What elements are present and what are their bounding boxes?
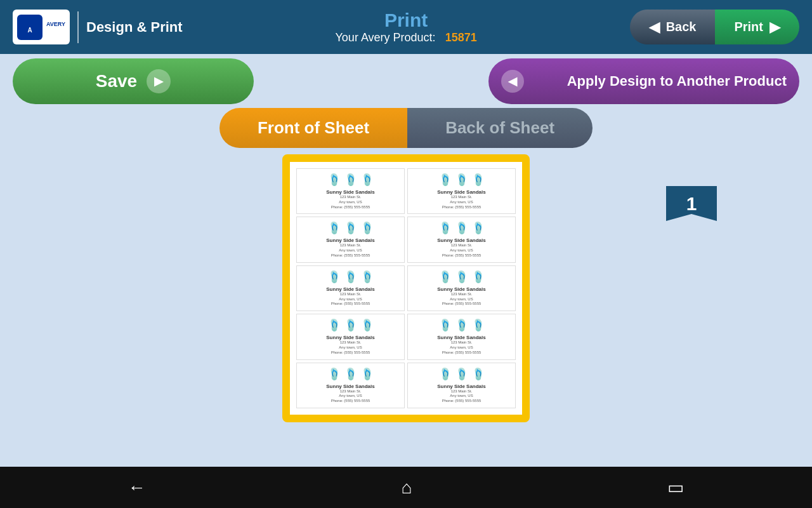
flip-icon-1: 🩴 xyxy=(327,270,341,284)
label-icons: 🩴 🩴 🩴 xyxy=(413,173,510,187)
flip-icon-3: 🩴 xyxy=(360,318,374,332)
tab-back-of-sheet[interactable]: Back of Sheet xyxy=(407,108,593,148)
label-icons: 🩴 🩴 🩴 xyxy=(302,173,399,187)
label-address2: Any town, US xyxy=(413,345,510,351)
flip-icon-3: 🩴 xyxy=(471,173,485,187)
page-title: Print xyxy=(183,10,630,31)
flip-icon-1: 🩴 xyxy=(438,318,452,332)
label-name: Sunny Side Sandals xyxy=(302,335,399,340)
flip-icon-3: 🩴 xyxy=(360,367,374,381)
label-address2: Any town, US xyxy=(302,200,399,205)
save-button[interactable]: Save ▶ xyxy=(13,58,254,104)
label-icons: 🩴 🩴 🩴 xyxy=(413,270,510,284)
flip-icon-1: 🩴 xyxy=(438,270,452,284)
label-address1: 123 Main St. xyxy=(302,195,399,200)
flip-icon-1: 🩴 xyxy=(438,367,452,381)
nav-back-button[interactable]: ← xyxy=(128,478,146,498)
back-button[interactable]: ◀ Back xyxy=(630,10,716,44)
label-phone: Phone: (555) 555-5555 xyxy=(302,205,399,210)
apply-design-button[interactable]: ◀ Apply Design to Another Product xyxy=(488,58,799,104)
label-address1: 123 Main St. xyxy=(413,389,510,394)
label-phone: Phone: (555) 555-5555 xyxy=(302,302,399,307)
label-address1: 123 Main St. xyxy=(413,243,510,248)
label-address1: 123 Main St. xyxy=(302,292,399,297)
header: A AVERY Design & Print Print Your Avery … xyxy=(0,0,812,54)
page-number-banner: 1 xyxy=(666,186,717,221)
header-center: Print Your Avery Product: 15871 xyxy=(183,10,630,44)
label-icons: 🩴 🩴 🩴 xyxy=(413,221,510,235)
logo-area: A AVERY Design & Print xyxy=(13,10,183,44)
flip-icon-3: 🩴 xyxy=(471,367,485,381)
label-address1: 123 Main St. xyxy=(413,195,510,200)
sheet-grid: 🩴 🩴 🩴 Sunny Side Sandals 123 Main St. An… xyxy=(290,162,522,415)
app-name: Design & Print xyxy=(86,19,183,36)
label-cell: 🩴 🩴 🩴 Sunny Side Sandals 123 Main St. An… xyxy=(296,217,405,262)
nav-recent-button[interactable]: ▭ xyxy=(667,477,684,498)
label-cell: 🩴 🩴 🩴 Sunny Side Sandals 123 Main St. An… xyxy=(407,363,516,408)
label-phone: Phone: (555) 555-5555 xyxy=(413,399,510,404)
label-cell: 🩴 🩴 🩴 Sunny Side Sandals 123 Main St. An… xyxy=(296,168,405,214)
label-cell: 🩴 🩴 🩴 Sunny Side Sandals 123 Main St. An… xyxy=(407,265,516,311)
header-buttons: ◀ Back Print ▶ xyxy=(630,10,799,44)
flip-icon-2: 🩴 xyxy=(344,221,358,235)
sheet-tabs: Front of Sheet Back of Sheet xyxy=(0,108,812,148)
back-label: Back xyxy=(666,20,697,34)
label-cell: 🩴 🩴 🩴 Sunny Side Sandals 123 Main St. An… xyxy=(296,363,405,408)
label-name: Sunny Side Sandals xyxy=(302,384,399,389)
flip-icon-1: 🩴 xyxy=(438,221,452,235)
label-cell: 🩴 🩴 🩴 Sunny Side Sandals 123 Main St. An… xyxy=(296,265,405,311)
product-number: 15871 xyxy=(445,31,477,44)
flip-icon-1: 🩴 xyxy=(327,173,341,187)
flip-icon-2: 🩴 xyxy=(455,221,469,235)
label-address2: Any town, US xyxy=(413,297,510,302)
flip-icon-2: 🩴 xyxy=(344,173,358,187)
label-name: Sunny Side Sandals xyxy=(413,286,510,292)
label-name: Sunny Side Sandals xyxy=(413,189,510,195)
label-address1: 123 Main St. xyxy=(413,292,510,297)
action-bar: Save ▶ ◀ Apply Design to Another Product xyxy=(0,54,812,108)
tab-front-label: Front of Sheet xyxy=(258,118,369,137)
label-phone: Phone: (555) 555-5555 xyxy=(302,253,399,258)
label-icons: 🩴 🩴 🩴 xyxy=(413,367,510,381)
svg-text:AVERY: AVERY xyxy=(46,21,65,27)
label-address1: 123 Main St. xyxy=(302,243,399,248)
flip-icon-3: 🩴 xyxy=(471,270,485,284)
label-address1: 123 Main St. xyxy=(302,340,399,345)
print-button[interactable]: Print ▶ xyxy=(715,10,799,44)
flip-icon-3: 🩴 xyxy=(360,270,374,284)
label-address1: 123 Main St. xyxy=(413,340,510,345)
flip-icon-3: 🩴 xyxy=(360,221,374,235)
label-phone: Phone: (555) 555-5555 xyxy=(413,302,510,307)
sheet-wrapper: 🩴 🩴 🩴 Sunny Side Sandals 123 Main St. An… xyxy=(282,154,530,422)
tab-back-label: Back of Sheet xyxy=(445,118,554,137)
save-label: Save xyxy=(96,71,137,91)
label-icons: 🩴 🩴 🩴 xyxy=(302,367,399,381)
product-label: Your Avery Product: xyxy=(336,31,436,44)
svg-text:A: A xyxy=(27,27,32,34)
nav-home-button[interactable]: ⌂ xyxy=(402,478,412,498)
tab-front-of-sheet[interactable]: Front of Sheet xyxy=(219,108,407,148)
label-cell: 🩴 🩴 🩴 Sunny Side Sandals 123 Main St. An… xyxy=(296,314,405,359)
flip-icon-3: 🩴 xyxy=(360,173,374,187)
sheet-area: 🩴 🩴 🩴 Sunny Side Sandals 123 Main St. An… xyxy=(0,154,812,422)
flip-icon-2: 🩴 xyxy=(344,270,358,284)
label-icons: 🩴 🩴 🩴 xyxy=(302,318,399,332)
label-address2: Any town, US xyxy=(413,200,510,205)
label-address1: 123 Main St. xyxy=(302,389,399,394)
label-cell: 🩴 🩴 🩴 Sunny Side Sandals 123 Main St. An… xyxy=(407,217,516,262)
bottom-navigation: ← ⌂ ▭ xyxy=(0,467,812,508)
print-arrow-icon: ▶ xyxy=(769,19,780,36)
flip-icon-2: 🩴 xyxy=(455,173,469,187)
flip-icon-1: 🩴 xyxy=(327,367,341,381)
back-arrow-icon: ◀ xyxy=(649,19,660,36)
flip-icon-2: 🩴 xyxy=(455,318,469,332)
flip-icon-1: 🩴 xyxy=(327,318,341,332)
avery-logo: A AVERY xyxy=(13,10,70,44)
label-cell: 🩴 🩴 🩴 Sunny Side Sandals 123 Main St. An… xyxy=(407,168,516,214)
label-icons: 🩴 🩴 🩴 xyxy=(302,270,399,284)
label-address2: Any town, US xyxy=(302,394,399,399)
page-number: 1 xyxy=(686,193,697,215)
save-arrow-icon: ▶ xyxy=(147,69,171,93)
flip-icon-2: 🩴 xyxy=(344,318,358,332)
label-name: Sunny Side Sandals xyxy=(302,189,399,195)
